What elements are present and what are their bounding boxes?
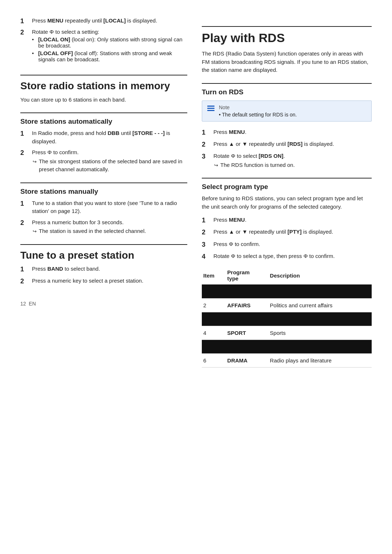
sub-divider <box>20 112 187 113</box>
cell-item <box>202 285 226 299</box>
rds-on-step-1: 1 Press MENU. <box>202 128 372 137</box>
store-section: Store radio stations in memory You can s… <box>20 75 187 235</box>
tune-section-title: Tune to a preset station <box>20 249 187 262</box>
arrow-icon: ↪ <box>33 228 37 235</box>
cell-prog-type <box>226 285 269 299</box>
step-number: 3 <box>202 152 208 161</box>
section-divider <box>20 244 187 245</box>
table-row <box>202 340 372 354</box>
pty-step-2: 2 Press ▲ or ▼ repeatedly until [PTY] is… <box>202 228 372 237</box>
step-number: 1 <box>20 265 27 274</box>
note-label: Note <box>219 104 297 110</box>
step-number: 2 <box>20 148 27 157</box>
note-icon <box>207 104 215 111</box>
local-off-item: [LOCAL OFF] (local off): Stations with s… <box>32 50 187 62</box>
pty-step-3: 3 Press Φ to confirm. <box>202 240 372 249</box>
top-steps: 1 Press MENU repeatedly until [LOCAL] is… <box>20 17 187 64</box>
step-text: Press a numeric button for 3 seconds. ↪ … <box>32 218 146 235</box>
step-text: Press Φ to confirm. ↪ The six strongest … <box>32 148 187 174</box>
tune-section: Tune to a preset station 1 Press BAND to… <box>20 244 187 286</box>
step-number: 1 <box>20 129 27 138</box>
col-program-type: Programtype <box>226 267 269 285</box>
store-section-title: Store radio stations in memory <box>20 80 187 92</box>
step-number: 3 <box>202 240 208 249</box>
manual-subsection-title: Store stations manually <box>20 188 187 196</box>
cell-prog-type: AFFAIRS <box>226 299 269 312</box>
table-row: 4 SPORT Sports <box>202 326 372 340</box>
step-text: Press ▲ or ▼ repeatedly until [RDS] is d… <box>213 140 334 148</box>
rds-main-title: Play with RDS <box>202 31 372 45</box>
cell-prog-type: DRAMA <box>226 354 269 368</box>
auto-subsection: Store stations automatically 1 In Radio … <box>20 112 187 174</box>
result-text: The six strongest stations of the select… <box>39 157 187 174</box>
manual-subsection: Store stations manually 1 Tune to a stat… <box>20 182 187 235</box>
cell-desc <box>269 312 372 326</box>
table-header-row: Item Programtype Description <box>202 267 372 285</box>
step-text: Rotate Φ to select a setting: [LOCAL ON]… <box>32 29 187 64</box>
right-column: Play with RDS The RDS (Radio Data System… <box>202 17 372 368</box>
local-on-item: [LOCAL ON] (local on): Only stations wit… <box>32 36 187 49</box>
note-line-2 <box>207 108 215 109</box>
manual-step-2: 2 Press a numeric button for 3 seconds. … <box>20 218 187 235</box>
note-text: The default setting for RDS is on. <box>219 112 297 118</box>
table-row: 6 DRAMA Radio plays and literature <box>202 354 372 368</box>
step-number: 4 <box>202 252 208 261</box>
note-box: Note The default setting for RDS is on. <box>202 100 372 122</box>
pty-step-1: 1 Press MENU. <box>202 216 372 225</box>
step-number: 1 <box>20 17 27 25</box>
col-description: Description <box>269 267 372 285</box>
turn-on-rds-section: Turn on RDS Note The default setting for… <box>202 83 372 169</box>
step-text: Press MENU. <box>213 216 246 224</box>
sub-divider <box>202 83 372 84</box>
rds-desc: The RDS (Radio Data System) function ope… <box>202 50 372 74</box>
auto-step-2: 2 Press Φ to confirm. ↪ The six stronges… <box>20 148 187 174</box>
turn-on-rds-title: Turn on RDS <box>202 88 372 96</box>
section-divider <box>20 75 187 75</box>
program-type-desc: Before tuning to RDS stations, you can s… <box>202 194 372 211</box>
step-number: 2 <box>20 218 27 227</box>
page-footer: 12 EN <box>20 301 187 307</box>
cell-desc <box>269 285 372 299</box>
cell-item <box>202 340 226 354</box>
step-number: 1 <box>20 199 27 208</box>
note-content-wrapper: Note The default setting for RDS is on. <box>219 104 297 118</box>
sub-divider <box>20 182 187 183</box>
cell-desc: Politics and current affairs <box>269 299 372 312</box>
manual-step-1: 1 Tune to a station that you want to sto… <box>20 199 187 216</box>
step-result: ↪ The six strongest stations of the sele… <box>32 157 187 174</box>
table-row <box>202 285 372 299</box>
step-result: ↪ The RDS function is turned on. <box>213 161 295 169</box>
cell-item: 2 <box>202 299 226 312</box>
step-text: Rotate Φ to select [RDS ON]. ↪ The RDS f… <box>213 152 295 169</box>
arrow-icon: ↪ <box>33 158 37 174</box>
top-step-2: 2 Rotate Φ to select a setting: [LOCAL O… <box>20 29 187 64</box>
cell-prog-type <box>226 312 269 326</box>
step-number: 2 <box>202 140 208 149</box>
rds-on-step-3: 3 Rotate Φ to select [RDS ON]. ↪ The RDS… <box>202 152 372 169</box>
program-type-section: Select program type Before tuning to RDS… <box>202 178 372 368</box>
sub-divider <box>202 178 372 178</box>
arrow-icon: ↪ <box>214 162 218 169</box>
auto-step-1: 1 In Radio mode, press and hold DBB unti… <box>20 129 187 145</box>
step-text: In Radio mode, press and hold DBB until … <box>32 129 187 145</box>
step-number: 1 <box>202 216 208 225</box>
page-number: 12 <box>20 301 26 307</box>
cell-prog-type: SPORT <box>226 326 269 340</box>
step-text: Press BAND to select band. <box>32 265 100 273</box>
top-step-1: 1 Press MENU repeatedly until [LOCAL] is… <box>20 17 187 25</box>
store-section-desc: You can store up to 6 stations in each b… <box>20 96 187 104</box>
result-text: The station is saved in the selected cha… <box>39 227 146 235</box>
cell-item: 4 <box>202 326 226 340</box>
step-text: Press Φ to confirm. <box>213 240 260 249</box>
step-text: Tune to a station that you want to store… <box>32 199 187 216</box>
cell-item <box>202 312 226 326</box>
left-column: 1 Press MENU repeatedly until [LOCAL] is… <box>20 17 187 368</box>
step-number: 2 <box>20 277 27 286</box>
rds-on-step-2: 2 Press ▲ or ▼ repeatedly until [RDS] is… <box>202 140 372 149</box>
program-table: Item Programtype Description 2 AFFAIRS <box>202 267 372 368</box>
cell-desc: Sports <box>269 326 372 340</box>
cell-item: 6 <box>202 354 226 368</box>
pty-step-4: 4 Rotate Φ to select a type, then press … <box>202 252 372 261</box>
col-item: Item <box>202 267 226 285</box>
program-type-title: Select program type <box>202 183 372 191</box>
